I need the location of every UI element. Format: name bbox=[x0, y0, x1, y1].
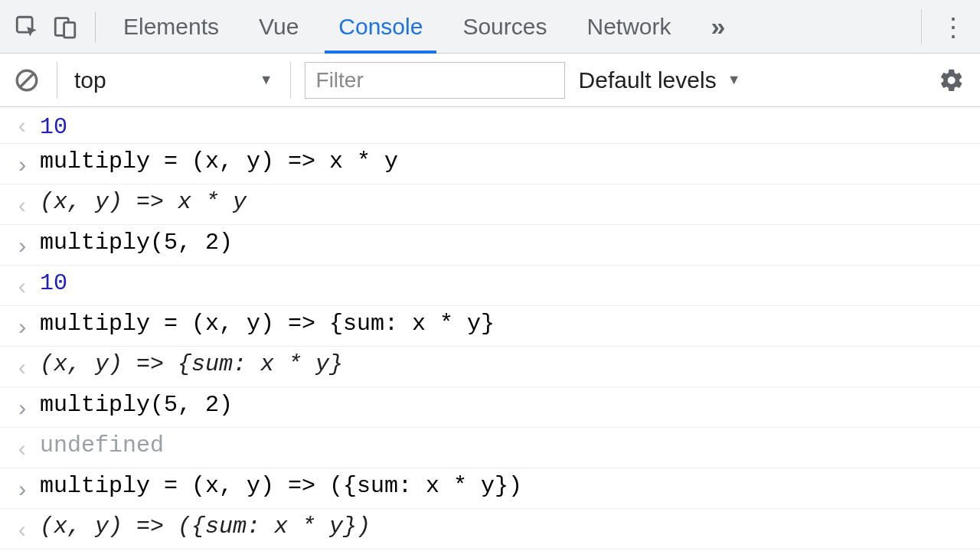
execution-context-selector[interactable]: top ▼ bbox=[57, 62, 291, 99]
log-output-value: 10 bbox=[35, 114, 67, 140]
overflow-glyph: » bbox=[711, 11, 726, 41]
log-input-code: multiply = (x, y) => x * y bbox=[35, 148, 398, 174]
log-output-row: ‹ 10 bbox=[0, 266, 980, 306]
log-output-row: ‹ (x, y) => ({sum: x * y}) bbox=[0, 509, 980, 549]
input-marker-icon: › bbox=[9, 230, 35, 260]
log-output-value: undefined bbox=[35, 432, 164, 458]
log-input-row: › multiply(5, 2) bbox=[0, 387, 980, 428]
output-marker-icon: ‹ bbox=[9, 270, 35, 301]
console-settings-icon[interactable] bbox=[934, 63, 969, 98]
svg-rect-2 bbox=[64, 22, 75, 37]
input-marker-icon: › bbox=[9, 148, 35, 179]
log-input-code: multiply(5, 2) bbox=[35, 230, 233, 256]
log-input-row: › multiply(5, 2) bbox=[0, 225, 980, 266]
output-marker-icon: ‹ bbox=[9, 432, 35, 463]
clear-console-icon[interactable] bbox=[11, 64, 43, 96]
log-output-row: ‹ 10 bbox=[0, 107, 980, 144]
log-input-code: multiply = (x, y) => ({sum: x * y}) bbox=[35, 473, 522, 499]
input-marker-icon: › bbox=[9, 392, 35, 422]
log-output-value: (x, y) => x * y bbox=[35, 189, 247, 215]
log-output-row: ‹ undefined bbox=[0, 428, 980, 468]
input-marker-icon: › bbox=[9, 473, 35, 504]
tab-label: Console bbox=[338, 14, 423, 40]
log-output-value: (x, y) => ({sum: x * y}) bbox=[35, 514, 371, 540]
output-marker-icon: ‹ bbox=[9, 189, 35, 220]
devtools-tabbar: Elements Vue Console Sources Network » ⋮ bbox=[0, 0, 980, 54]
context-label: top bbox=[74, 67, 106, 93]
output-marker-icon: ‹ bbox=[9, 109, 35, 140]
divider bbox=[921, 9, 922, 44]
kebab-glyph: ⋮ bbox=[940, 11, 966, 42]
tab-label: Sources bbox=[462, 14, 547, 40]
output-marker-icon: ‹ bbox=[9, 351, 35, 382]
log-input-code: multiply(5, 2) bbox=[35, 392, 233, 418]
tab-label: Elements bbox=[123, 14, 219, 40]
chevron-down-icon: ▼ bbox=[727, 72, 741, 88]
divider bbox=[95, 11, 96, 42]
log-input-row: › multiply = (x, y) => x * y bbox=[0, 144, 980, 184]
output-marker-icon: ‹ bbox=[9, 514, 35, 544]
tab-vue[interactable]: Vue bbox=[242, 0, 315, 53]
log-levels-selector[interactable]: Default levels ▼ bbox=[579, 67, 741, 93]
toggle-device-toolbar-icon[interactable] bbox=[46, 8, 84, 46]
panel-tabs: Elements Vue Console Sources Network » bbox=[106, 0, 742, 53]
tab-label: Vue bbox=[259, 14, 299, 40]
console-toolbar: top ▼ Default levels ▼ bbox=[0, 54, 980, 107]
levels-label: Default levels bbox=[579, 67, 717, 93]
filter-input[interactable] bbox=[305, 62, 565, 99]
log-input-row: › multiply = (x, y) => ({sum: x * y}) bbox=[0, 468, 980, 509]
log-output-row: ‹ (x, y) => x * y bbox=[0, 184, 980, 225]
console-log[interactable]: ‹ 10 › multiply = (x, y) => x * y ‹ (x, … bbox=[0, 107, 980, 551]
tab-label: Network bbox=[586, 14, 671, 40]
log-input-code: multiply = (x, y) => {sum: x * y} bbox=[35, 311, 495, 337]
chevron-down-icon: ▼ bbox=[260, 72, 273, 88]
log-input-row: › multiply = (x, y) => {sum: x * y} bbox=[0, 306, 980, 347]
log-output-value: (x, y) => {sum: x * y} bbox=[35, 351, 343, 377]
inspect-element-icon[interactable] bbox=[8, 8, 46, 46]
kebab-menu-icon[interactable]: ⋮ bbox=[934, 8, 972, 46]
tab-elements[interactable]: Elements bbox=[106, 0, 236, 53]
tab-network[interactable]: Network bbox=[570, 0, 688, 53]
tabs-overflow-icon[interactable]: » bbox=[694, 0, 743, 53]
tab-sources[interactable]: Sources bbox=[446, 0, 564, 53]
log-output-value: 10 bbox=[35, 270, 67, 296]
tab-console[interactable]: Console bbox=[322, 0, 439, 53]
log-output-row: ‹ (x, y) => {sum: x * y} bbox=[0, 347, 980, 387]
svg-line-4 bbox=[21, 73, 34, 86]
input-marker-icon: › bbox=[9, 311, 35, 341]
